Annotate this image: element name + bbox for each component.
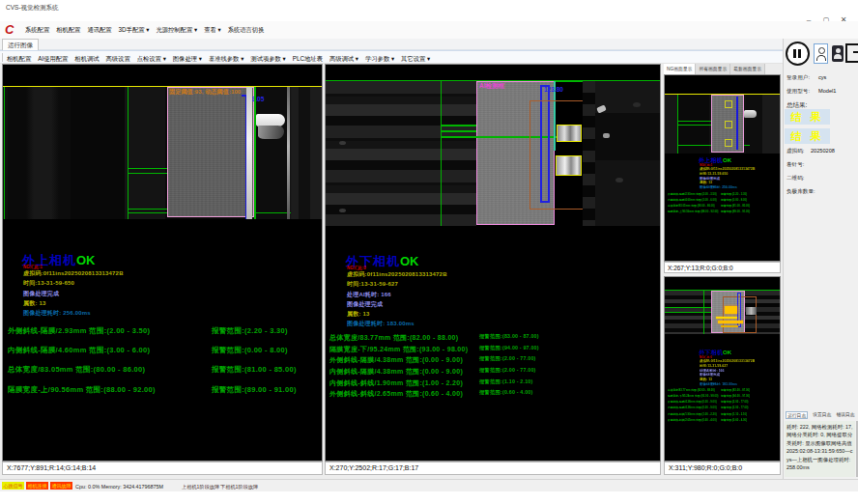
mid-yellow-region-2	[556, 155, 582, 176]
status-badge: 通讯故障	[50, 482, 72, 490]
window-title: CVS-视觉检测系统	[6, 4, 59, 13]
virtual-code-value: 20250208	[811, 148, 835, 154]
measure-alarm: 报警范围:(1.10 - 2.10)	[479, 378, 532, 385]
measure-row: 总体宽度/83.05mm 范围:(80.00 - 86.00) 报警范围:(81…	[3, 365, 322, 384]
measure-value: 隔膜宽度-上/90.56mm 范围:(88.00 - 92.00)	[8, 385, 156, 395]
menu-items: 系统配置相机配置通讯配置3D手配置 ▾光源控制配置 ▾查看 ▾系统语言切换	[25, 26, 264, 35]
small-bottom-image	[665, 291, 780, 334]
measure-value: 总体宽度/83.05mm 范围:(80.00 - 86.00)	[8, 365, 145, 375]
measure-alarm: 报警范围:(2.00 - 77.00)	[479, 367, 536, 374]
log-tab-run[interactable]: 运行日志	[786, 411, 808, 419]
toolbar-item[interactable]: 点检设置 ▾	[137, 55, 166, 64]
virtual-code-label: 虚拟码:	[786, 148, 804, 155]
menu-bar: C 系统配置相机配置通讯配置3D手配置 ▾光源控制配置 ▾查看 ▾系统语言切换	[0, 21, 858, 39]
toolbar-item[interactable]: 基准线参数 ▾	[209, 55, 243, 64]
measure-value: 外侧斜线-斜线/2.65mm 范围:(0.60 - 4.00)	[329, 389, 463, 399]
login-user-button[interactable]	[814, 43, 828, 64]
toolbar-item[interactable]: 相机调试	[74, 55, 99, 64]
toolbar-item[interactable]: 图像处理 ▾	[173, 55, 202, 64]
toolbar-item[interactable]: 其它设置 ▾	[401, 55, 430, 64]
user-dark-button[interactable]	[832, 45, 844, 62]
camera-info-row: 属数: 13	[347, 310, 447, 320]
toolbar-item[interactable]: 相机配置	[7, 55, 31, 64]
user-dark-icon	[836, 48, 841, 53]
tab-ng-display[interactable]: NG画面显示	[664, 64, 696, 74]
left-threshold-label: 固定阈值:93, 动态阈值:100	[169, 88, 241, 97]
model-label: 使用型号:	[786, 88, 810, 96]
measure-row: 隔膜宽度-上/90.56mm 范围:(88.00 - 92.00) 报警范围:(…	[3, 385, 322, 405]
menu-item[interactable]: 光源控制配置 ▾	[156, 26, 197, 35]
needle-label: 卷针号:	[786, 161, 804, 169]
measure-alarm: 报警范围:(2.20 - 3.30)	[212, 326, 288, 336]
pause-icon	[793, 49, 796, 58]
camera-info-row: 图像处理完成	[347, 300, 447, 310]
toolbar-items: 相机配置AI使用配置相机调试高级设置点检设置 ▾图像处理 ▾基准线参数 ▾测试项…	[7, 55, 430, 64]
mid-info-rows: 虚拟码:0f11ins2025020813313472B时间:13-31-59-…	[347, 270, 447, 330]
measure-alarm: 报警范围:(0.00 - 8.00)	[212, 346, 288, 355]
camera-info-row: 虚拟码:0f11ins2025020813313472B	[347, 270, 447, 280]
menu-item[interactable]: 系统语言切换	[228, 26, 265, 35]
camera-info-row: 图像处理耗时: 256.00ms	[23, 309, 124, 319]
camera-info-row: 图像处理耗时: 183.00ms	[347, 320, 447, 329]
result-badge-2: 结 果	[785, 128, 830, 144]
toolbar-item[interactable]: 测试项参数 ▾	[250, 55, 285, 64]
mid-measure-value: 123.80	[544, 86, 563, 93]
toolbar-item[interactable]: 学习参数 ▾	[365, 55, 394, 64]
mid-camera-ok: OK	[400, 254, 419, 268]
exit-button[interactable]	[845, 43, 858, 63]
tab-all-display[interactable]: 所有画面显示	[696, 64, 730, 74]
left-detect-region	[167, 87, 254, 217]
qr-label: 二维码:	[786, 175, 804, 182]
small-view-top[interactable]: 外上相机OK NG汇总:1 虚拟码:0f11ins202502081331347…	[664, 74, 781, 262]
measure-value: 隔膜宽度-下/95.24mm 范围:(93.00 - 98.00)	[329, 345, 468, 354]
measure-value: 内侧斜线-斜线/1.90mm 范围:(1.00 - 2.20)	[329, 378, 463, 388]
log-tab-set[interactable]: 设置日志	[813, 411, 831, 419]
toolbar-item[interactable]: AI使用配置	[38, 55, 68, 64]
log-tab-err[interactable]: 错误日志	[836, 411, 854, 419]
left-camera-view[interactable]: 固定阈值:93, 动态阈值:100 83.05 外上相机OK NG汇总:1 虚拟…	[2, 64, 323, 462]
cpu-memory-text: Cpu: 0.0% Memory: 3424.41796875M	[75, 484, 163, 490]
small-view-bottom[interactable]: 外下相机OK NG汇总:0 虚拟码:0f11ins202502081331347…	[664, 276, 781, 462]
measure-alarm: 报警范围:(2.00 - 77.00)	[479, 355, 536, 362]
bottom-status-bar: 心跳信号相机连接通讯故障 Cpu: 0.0% Memory: 3424.4179…	[0, 479, 858, 491]
mid-measures: 总体宽度/83.77mm 范围:(82.00 - 88.00) 报警范围:(83…	[326, 333, 660, 401]
left-info-rows: 虚拟码:0f11ins2025020813313472B时间:13-31-59-…	[23, 269, 124, 319]
measure-row: 内侧斜线-隔膜/4.60mm 范围:(3.00 - 6.00) 报警范围:(0.…	[3, 346, 322, 365]
menu-item[interactable]: 3D手配置 ▾	[119, 26, 150, 35]
mid-camera-image: AI检测框 123.80	[326, 81, 660, 226]
mid-yellow-region-1	[557, 125, 582, 142]
measure-row: 总体宽度/83.77mm 范围:(82.00 - 88.00) 报警范围:(83…	[326, 333, 660, 345]
user-icon	[818, 47, 825, 54]
mid-camera-view[interactable]: AI检测框 123.80 外下相机OK NG汇总:0 虚拟码:0f11ins20…	[325, 64, 661, 462]
status-badge: 相机连接	[26, 482, 48, 490]
small-top-image	[665, 95, 780, 154]
login-user-value: cys	[818, 74, 826, 80]
pause-button[interactable]	[786, 42, 810, 66]
small-top-pixel-status: X:267;Y:13;R:0;G:0;B:0	[664, 262, 781, 273]
measure-row: 内侧斜线-斜线/1.90mm 范围:(1.00 - 2.20) 报警范围:(1.…	[326, 378, 660, 390]
title-bar: CVS-视觉检测系统 – ▢ ✕	[0, 0, 858, 21]
menu-item[interactable]: 查看 ▾	[204, 26, 221, 35]
tab-run-image[interactable]: 运行图像	[2, 39, 39, 50]
camera-info-row: 时间:13-31-59-627	[347, 280, 447, 290]
result-badge-1: 结 果	[785, 109, 830, 125]
menu-item[interactable]: 系统配置	[25, 26, 49, 35]
tab-strip: 运行图像	[0, 39, 858, 50]
measure-alarm: 报警范围:(81.00 - 85.00)	[212, 365, 297, 375]
toolbar-item[interactable]: 高级设置	[106, 55, 130, 64]
measure-row: 外侧斜线-隔膜/4.38mm 范围:(0.00 - 9.00) 报警范围:(2.…	[326, 355, 660, 367]
camera-info-row: 处理AI耗时: 166	[347, 291, 447, 300]
measure-value: 内侧斜线-隔膜/4.60mm 范围:(3.00 - 6.00)	[8, 346, 150, 355]
measure-alarm: 报警范围:(89.00 - 91.00)	[212, 385, 297, 395]
measure-alarm: 报警范围:(83.00 - 87.00)	[479, 333, 539, 340]
model-value: Model1	[818, 88, 836, 94]
measure-row: 隔膜宽度-下/95.24mm 范围:(93.00 - 98.00) 报警范围:(…	[326, 345, 660, 356]
toolbar-item[interactable]: 高级调试 ▾	[329, 55, 358, 64]
toolbar-item[interactable]: PLC地址表	[293, 55, 323, 64]
measure-row: 外侧斜线-斜线/2.65mm 范围:(0.60 - 4.00) 报警范围:(0.…	[326, 389, 660, 401]
tab-latest-display[interactable]: 最新画面显示	[730, 64, 765, 74]
menu-item[interactable]: 相机配置	[56, 26, 80, 35]
app-logo-icon: C	[5, 22, 14, 37]
toolbar: 相机配置AI使用配置相机调试高级设置点检设置 ▾图像处理 ▾基准线参数 ▾测试项…	[0, 50, 858, 64]
menu-item[interactable]: 通讯配置	[87, 26, 111, 35]
